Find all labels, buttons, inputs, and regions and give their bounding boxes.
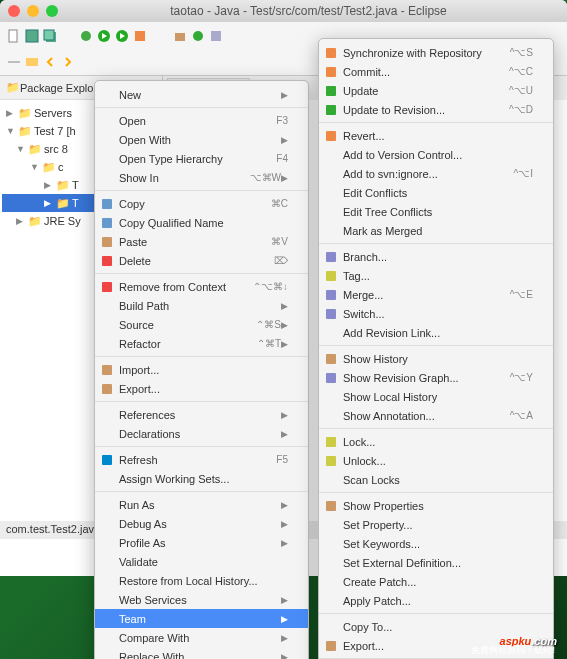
menu-item-import[interactable]: Import... (95, 360, 308, 379)
svg-rect-15 (102, 256, 112, 266)
debug-icon[interactable] (78, 28, 94, 44)
external-tools-icon[interactable] (132, 28, 148, 44)
nav-icon[interactable] (6, 54, 22, 70)
menu-item-new[interactable]: New▶ (95, 85, 308, 104)
menu-item-show-in[interactable]: Show In⌥⌘W▶ (95, 168, 308, 187)
menu-item-show-history[interactable]: Show History (319, 349, 553, 368)
menu-item-label: Copy Qualified Name (119, 217, 288, 229)
menu-item-build-path[interactable]: Build Path▶ (95, 296, 308, 315)
menu-item-show-annotation[interactable]: Show Annotation...^⌥A (319, 406, 553, 425)
menu-item-add-to-version-control[interactable]: Add to Version Control... (319, 145, 553, 164)
menu-item-update[interactable]: Update^⌥U (319, 81, 553, 100)
run-last-icon[interactable] (114, 28, 130, 44)
disclosure-icon[interactable]: ▼ (16, 144, 26, 154)
menu-item-commit[interactable]: Commit...^⌥C (319, 62, 553, 81)
menu-item-export[interactable]: Export... (95, 379, 308, 398)
menu-item-open-with[interactable]: Open With▶ (95, 130, 308, 149)
menu-item-delete[interactable]: Delete⌦ (95, 251, 308, 270)
menu-item-show-properties[interactable]: Show Properties (319, 496, 553, 515)
menu-item-update-to-revision[interactable]: Update to Revision...^⌥D (319, 100, 553, 119)
menu-item-label: Synchronize with Repository (343, 47, 510, 59)
menu-item-edit-conflicts[interactable]: Edit Conflicts (319, 183, 553, 202)
svg-rect-26 (326, 271, 336, 281)
new-class-icon[interactable] (190, 28, 206, 44)
back-icon[interactable] (42, 54, 58, 70)
menu-item-copy[interactable]: Copy⌘C (95, 194, 308, 213)
run-icon[interactable] (96, 28, 112, 44)
menu-item-synchronize-with-repository[interactable]: Synchronize with Repository^⌥S (319, 43, 553, 62)
menu-item-branch[interactable]: Branch... (319, 247, 553, 266)
disclosure-icon[interactable]: ▼ (6, 126, 16, 136)
svg-rect-22 (326, 86, 336, 96)
minimize-window-button[interactable] (27, 5, 39, 17)
forward-icon[interactable] (60, 54, 76, 70)
menu-item-edit-tree-conflicts[interactable]: Edit Tree Conflicts (319, 202, 553, 221)
new-icon[interactable] (6, 28, 22, 44)
disclosure-icon[interactable]: ▶ (44, 198, 54, 208)
menu-item-show-local-history[interactable]: Show Local History (319, 387, 553, 406)
menu-item-compare-with[interactable]: Compare With▶ (95, 628, 308, 647)
menu-item-open-type-hierarchy[interactable]: Open Type HierarchyF4 (95, 149, 308, 168)
disclosure-icon[interactable]: ▶ (44, 180, 54, 190)
disclosure-icon[interactable]: ▶ (16, 216, 26, 226)
menu-item-set-external-definition[interactable]: Set External Definition... (319, 553, 553, 572)
disclosure-icon[interactable]: ▶ (6, 108, 16, 118)
context-menu[interactable]: New▶OpenF3Open With▶Open Type HierarchyF… (94, 80, 309, 659)
open-type-icon[interactable] (208, 28, 224, 44)
menu-item-references[interactable]: References▶ (95, 405, 308, 424)
menu-item-profile-as[interactable]: Profile As▶ (95, 533, 308, 552)
menu-item-remove-from-context[interactable]: Remove from Context⌃⌥⌘↓ (95, 277, 308, 296)
menu-item-set-property[interactable]: Set Property... (319, 515, 553, 534)
menu-item-add-to-svn-ignore[interactable]: Add to svn:ignore...^⌥I (319, 164, 553, 183)
node-label: T (72, 179, 79, 191)
menu-separator (95, 273, 308, 274)
menu-item-refresh[interactable]: RefreshF5 (95, 450, 308, 469)
svg-rect-11 (26, 58, 38, 66)
menu-item-revert[interactable]: Revert... (319, 126, 553, 145)
menu-item-copy-qualified-name[interactable]: Copy Qualified Name (95, 213, 308, 232)
zoom-window-button[interactable] (46, 5, 58, 17)
menu-item-validate[interactable]: Validate (95, 552, 308, 571)
close-window-button[interactable] (8, 5, 20, 17)
submenu-arrow-icon: ▶ (281, 301, 288, 311)
props-icon (324, 499, 338, 513)
save-all-icon[interactable] (42, 28, 58, 44)
nav2-icon[interactable] (24, 54, 40, 70)
menu-item-assign-working-sets[interactable]: Assign Working Sets... (95, 469, 308, 488)
menu-item-lock[interactable]: Lock... (319, 432, 553, 451)
menu-item-paste[interactable]: Paste⌘V (95, 232, 308, 251)
menu-item-apply-patch[interactable]: Apply Patch... (319, 591, 553, 610)
menu-item-declarations[interactable]: Declarations▶ (95, 424, 308, 443)
menu-item-set-keywords[interactable]: Set Keywords... (319, 534, 553, 553)
menu-item-open[interactable]: OpenF3 (95, 111, 308, 130)
submenu-arrow-icon: ▶ (281, 633, 288, 643)
menu-item-replace-with[interactable]: Replace With▶ (95, 647, 308, 659)
menu-item-source[interactable]: Source⌃⌘S▶ (95, 315, 308, 334)
menu-item-merge[interactable]: Merge...^⌥E (319, 285, 553, 304)
menu-item-web-services[interactable]: Web Services▶ (95, 590, 308, 609)
save-icon[interactable] (24, 28, 40, 44)
menu-item-label: Paste (119, 236, 271, 248)
menu-item-show-revision-graph[interactable]: Show Revision Graph...^⌥Y (319, 368, 553, 387)
menu-item-scan-locks[interactable]: Scan Locks (319, 470, 553, 489)
new-package-icon[interactable] (172, 28, 188, 44)
team-submenu[interactable]: Synchronize with Repository^⌥SCommit...^… (318, 38, 554, 659)
menu-item-switch[interactable]: Switch... (319, 304, 553, 323)
menu-item-tag[interactable]: Tag... (319, 266, 553, 285)
menu-item-label: Import... (119, 364, 288, 376)
menu-item-run-as[interactable]: Run As▶ (95, 495, 308, 514)
menu-item-restore-from-local-history[interactable]: Restore from Local History... (95, 571, 308, 590)
menu-item-label: Open With (119, 134, 281, 146)
disclosure-icon[interactable]: ▼ (30, 162, 40, 172)
menu-item-create-patch[interactable]: Create Patch... (319, 572, 553, 591)
menu-item-refactor[interactable]: Refactor⌃⌘T▶ (95, 334, 308, 353)
menu-separator (95, 107, 308, 108)
menu-item-debug-as[interactable]: Debug As▶ (95, 514, 308, 533)
menu-item-add-revision-link[interactable]: Add Revision Link... (319, 323, 553, 342)
menu-item-unlock[interactable]: Unlock... (319, 451, 553, 470)
menu-item-mark-as-merged[interactable]: Mark as Merged (319, 221, 553, 240)
svg-rect-23 (326, 105, 336, 115)
menu-item-team[interactable]: Team▶ (95, 609, 308, 628)
shortcut: ^⌥E (510, 289, 533, 300)
svg-rect-0 (9, 30, 17, 42)
